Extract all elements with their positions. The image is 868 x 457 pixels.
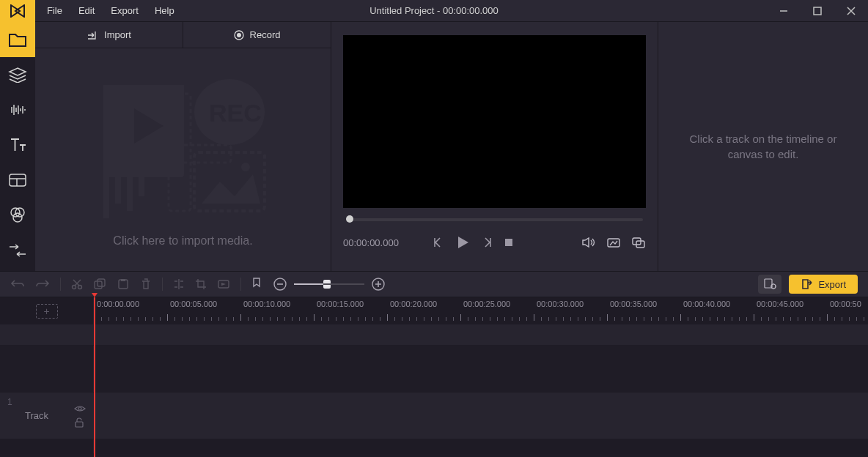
ruler-label: 00:00:50 (830, 300, 861, 308)
ruler-tick (321, 317, 322, 321)
next-frame-button[interactable] (481, 237, 493, 248)
close-button[interactable] (834, 0, 868, 22)
fullscreen-button[interactable] (631, 237, 646, 248)
preview-progress[interactable] (346, 218, 643, 221)
snapshot-button[interactable] (606, 237, 621, 248)
ruler-tick (754, 314, 754, 321)
ruler-tick (409, 317, 410, 321)
ruler-tick (336, 317, 336, 321)
progress-handle[interactable] (346, 215, 353, 223)
rail-text-tab[interactable] (0, 127, 35, 163)
ruler-tick (189, 317, 190, 321)
ruler-tick (504, 317, 505, 321)
redo-button[interactable] (35, 278, 50, 290)
ruler-tick (490, 317, 490, 321)
prev-frame-button[interactable] (433, 237, 444, 248)
ruler-tick (174, 317, 175, 321)
export-settings-button[interactable] (758, 275, 781, 294)
ruler-label: 00:00:20.000 (390, 300, 437, 308)
track-lane[interactable] (94, 325, 868, 345)
menu-bar: File Edit Export Help (40, 2, 182, 19)
ruler-label: 00:00:40.000 (683, 300, 730, 308)
ruler-tick (108, 317, 109, 321)
ruler-tick (798, 317, 798, 321)
rail-templates-tab[interactable] (0, 163, 35, 198)
import-tab[interactable]: Import (35, 22, 183, 48)
ruler-tick (380, 317, 380, 321)
svg-point-24 (78, 286, 82, 289)
ruler-label: 00:00:15.000 (317, 300, 364, 308)
ruler-tick (629, 317, 630, 321)
filters-icon (9, 207, 26, 224)
track-lane[interactable] (94, 393, 868, 439)
lock-toggle[interactable] (74, 417, 84, 428)
minimize-button[interactable] (767, 0, 801, 22)
ruler-tick (152, 317, 153, 321)
ruler-tick (365, 317, 366, 321)
rail-layers-tab[interactable] (0, 57, 35, 92)
ruler-tick (695, 317, 696, 321)
menu-export[interactable]: Export (103, 2, 146, 19)
split-button[interactable] (173, 278, 185, 290)
svg-point-16 (241, 163, 250, 171)
track-lane[interactable] (94, 346, 868, 392)
ruler-tick (218, 317, 219, 321)
timeline-header: + 0:00:00.00000:00:05.00000:00:10.00000:… (0, 297, 868, 325)
export-icon (801, 278, 812, 290)
rail-transitions-tab[interactable] (0, 233, 35, 268)
play-button[interactable] (455, 234, 471, 250)
rail-filters-tab[interactable] (0, 198, 35, 233)
media-tabs: Import Record (35, 22, 331, 48)
zoom-handle[interactable] (323, 280, 331, 289)
timeline-ruler[interactable]: 0:00:00.00000:00:05.00000:00:10.00000:00… (94, 297, 868, 324)
volume-button[interactable] (581, 237, 596, 248)
visibility-toggle[interactable] (74, 404, 86, 413)
undo-button[interactable] (10, 278, 25, 290)
ruler-tick (526, 317, 527, 321)
svg-rect-10 (115, 152, 121, 204)
stop-button[interactable] (503, 237, 515, 248)
delete-button[interactable] (140, 278, 152, 290)
playhead[interactable] (94, 297, 95, 457)
menu-file[interactable]: File (40, 2, 70, 19)
rail-media-tab[interactable] (0, 22, 35, 57)
menu-help[interactable]: Help (147, 2, 182, 19)
ruler-tick (475, 317, 476, 321)
ruler-tick (585, 317, 586, 321)
ruler-tick (358, 317, 358, 321)
export-button[interactable]: Export (789, 275, 858, 294)
folder-icon (8, 31, 27, 48)
ruler-tick (233, 317, 234, 321)
window-title: Untitled Project - 00:00:00.000 (369, 5, 499, 16)
ruler-tick (768, 317, 769, 321)
cut-button[interactable] (71, 278, 83, 290)
copy-button[interactable] (93, 278, 106, 290)
ruler-tick (834, 317, 835, 321)
media-drop-zone[interactable]: REC Click here to import media. (35, 48, 331, 271)
ruler-tick (101, 317, 102, 321)
marker-button[interactable] (251, 278, 262, 291)
svg-rect-12 (139, 152, 144, 196)
ruler-tick (248, 317, 249, 321)
zoom-out-button[interactable] (273, 278, 287, 291)
menu-edit[interactable]: Edit (71, 2, 102, 19)
add-track-button[interactable]: + (36, 304, 58, 319)
maximize-button[interactable] (801, 0, 834, 22)
ruler-tick (328, 317, 329, 321)
ruler-tick (600, 317, 600, 321)
titlebar: File Edit Export Help Untitled Project -… (0, 0, 868, 22)
ruler-tick (673, 317, 674, 321)
properties-panel: Click a track on the timeline or canvas … (658, 22, 868, 271)
zoom-slider[interactable] (294, 283, 364, 285)
paste-button[interactable] (117, 278, 130, 290)
preview-canvas[interactable] (343, 35, 646, 208)
ruler-tick (783, 317, 784, 321)
record-tab[interactable]: Record (183, 22, 331, 48)
ruler-tick (761, 317, 762, 321)
crop-button[interactable] (195, 278, 207, 290)
speed-button[interactable] (217, 278, 230, 290)
ruler-tick (592, 317, 593, 321)
rail-audio-tab[interactable] (0, 92, 35, 127)
ruler-tick (614, 317, 615, 321)
zoom-in-button[interactable] (372, 278, 385, 291)
